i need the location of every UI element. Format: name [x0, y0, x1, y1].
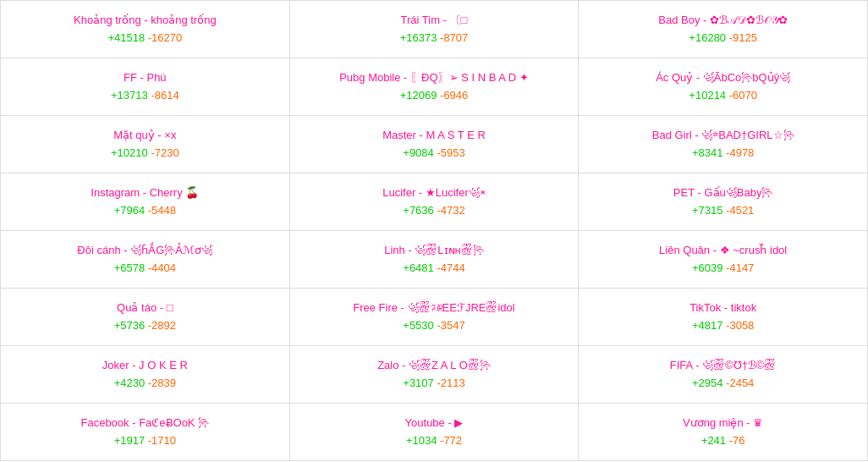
- cell-name: Liên Quân - ❖ ~crush᷈ idol: [659, 243, 787, 258]
- cell-name: Free Fire - ꧁꫞ℱℛEEℱJRE꫞idol: [353, 300, 514, 316]
- cell-name: Trái Tim - 〔□: [401, 13, 468, 28]
- grid-cell: Facebook - FaℭeɃOoK ꧂+1917 -1710: [1, 404, 290, 461]
- cell-negative: -5448: [148, 204, 176, 217]
- grid-cell: Bad Boy - ✿ℬ𝒜𝒟✿ℬ𝒪𝒴✿+16280 -9125: [579, 1, 868, 58]
- cell-negative: -4732: [437, 204, 464, 217]
- cell-positive: +9084: [403, 146, 434, 159]
- cell-positive: +1917: [114, 434, 146, 447]
- cell-stats: +8341 -4978: [692, 146, 754, 161]
- grid-cell: Youtube - ▶+1034 -772: [290, 404, 580, 461]
- cell-negative: -2113: [437, 377, 464, 389]
- cell-negative: -5953: [437, 146, 464, 159]
- cell-positive: +6578: [114, 261, 146, 274]
- grid-cell: Bad Girl - ꧁☆BAD†GIRL☆꧂+8341 -4978: [579, 116, 868, 173]
- cell-positive: +5530: [403, 319, 434, 332]
- grid-cell: FF - Phú+13713 -8614: [1, 58, 290, 116]
- grid-cell: Ác Quỷ - ꧁ÃbCo꧂bQủŷ꧁+10214 -6070: [579, 58, 868, 116]
- cell-positive: +41518: [107, 31, 145, 44]
- cell-negative: -76: [729, 434, 745, 447]
- cell-name: Lucifer - ★Lucifer꧁★: [382, 185, 486, 201]
- cell-name: Linh - ꧁꫞Lɪɴн꫞꧂: [384, 243, 484, 258]
- cell-stats: +7315 -4521: [692, 204, 754, 218]
- cell-positive: +6481: [403, 261, 434, 274]
- cell-positive: +13713: [111, 89, 148, 102]
- grid-cell: FIFA - ꧁꫞©Ʊ†ℬ©꫞+2954 -2454: [579, 346, 868, 404]
- cell-negative: -7230: [151, 146, 179, 159]
- cell-positive: +8341: [692, 146, 723, 159]
- cell-stats: +241 -76: [701, 434, 745, 448]
- cell-stats: +4817 -3058: [692, 319, 754, 333]
- grid-cell: Instagram - Cherry 🍒+7964 -5448: [1, 173, 290, 231]
- cell-positive: +4230: [114, 377, 146, 389]
- grid-cell: Zalo - ꧁꫞Z A L O꫞꧂+3107 -2113: [290, 346, 580, 404]
- cell-stats: +4230 -2839: [114, 377, 176, 391]
- cell-name: Youtube - ▶: [405, 415, 464, 431]
- grid-cell: Đôi cánh - ꧁ɦẮG꧂Ảℳơ꧁+6578 -4404: [1, 231, 290, 289]
- cell-negative: -4404: [148, 261, 176, 274]
- grid-cell: Lucifer - ★Lucifer꧁★+7636 -4732: [290, 173, 580, 231]
- cell-stats: +13713 -8614: [111, 89, 179, 103]
- grid-cell: Mặt quỷ - ×x+10210 -7230: [1, 116, 290, 173]
- cell-positive: +6039: [692, 261, 723, 274]
- cell-stats: +16373 -8707: [400, 31, 469, 46]
- cell-stats: +6578 -4404: [114, 261, 176, 276]
- cell-positive: +2954: [692, 377, 723, 389]
- cell-positive: +7964: [114, 204, 146, 217]
- grid-cell: Master - M A S T E R+9084 -5953: [290, 116, 580, 173]
- cell-name: TikTok - tiktok: [689, 300, 756, 316]
- grid-cell: Linh - ꧁꫞Lɪɴн꫞꧂+6481 -4744: [290, 231, 580, 289]
- grid-cell: Pubg Mobile - 〖ĐQ〗➢ S I N B A D ✦+12069 …: [290, 58, 580, 116]
- cell-name: Instagram - Cherry 🍒: [91, 185, 199, 201]
- cell-negative: -8707: [440, 31, 468, 44]
- cell-name: Pubg Mobile - 〖ĐQ〗➢ S I N B A D ✦: [339, 70, 529, 85]
- cell-name: Đôi cánh - ꧁ɦẮG꧂Ảℳơ꧁: [77, 243, 212, 258]
- cell-negative: -2892: [148, 319, 176, 332]
- cell-stats: +3107 -2113: [403, 377, 464, 391]
- cell-negative: -8614: [151, 89, 179, 102]
- cell-positive: +7315: [692, 204, 723, 217]
- cell-stats: +16280 -9125: [689, 31, 757, 46]
- grid-cell: Free Fire - ꧁꫞ℱℛEEℱJRE꫞idol+5530 -3547: [290, 289, 580, 346]
- cell-positive: +7636: [403, 204, 434, 217]
- cell-stats: +2954 -2454: [692, 377, 754, 391]
- cell-negative: -6946: [440, 89, 468, 102]
- cell-name: Bad Boy - ✿ℬ𝒜𝒟✿ℬ𝒪𝒴✿: [658, 13, 788, 28]
- cell-stats: +6481 -4744: [403, 261, 464, 276]
- cell-name: Khoảng trống - khoảng trống: [74, 13, 217, 28]
- cell-negative: -4521: [726, 204, 754, 217]
- cell-negative: -4978: [726, 146, 754, 159]
- cell-negative: -2839: [148, 377, 176, 389]
- cell-positive: +5736: [114, 319, 146, 332]
- cell-negative: -4744: [437, 261, 464, 274]
- cell-negative: -1710: [148, 434, 176, 447]
- cell-stats: +7964 -5448: [114, 204, 176, 218]
- cell-positive: +1034: [406, 434, 437, 447]
- cell-stats: +6039 -4147: [692, 261, 754, 276]
- grid-cell: Trái Tim - 〔□+16373 -8707: [290, 1, 580, 58]
- cell-positive: +16373: [400, 31, 437, 44]
- cell-negative: -4147: [726, 261, 754, 274]
- grid-cell: Joker - J O K E R+4230 -2839: [1, 346, 290, 404]
- cell-stats: +9084 -5953: [403, 146, 464, 161]
- cell-stats: +12069 -6946: [400, 89, 469, 103]
- cell-negative: -9125: [729, 31, 757, 44]
- cell-name: Quả táo - □: [117, 300, 173, 316]
- cell-name: Vương miện - ♛: [683, 415, 763, 431]
- cell-stats: +10214 -6070: [689, 89, 757, 103]
- cell-stats: +10210 -7230: [111, 146, 179, 161]
- cell-positive: +12069: [400, 89, 437, 102]
- cell-name: Ác Quỷ - ꧁ÃbCo꧂bQủŷ꧁: [656, 70, 790, 85]
- cell-stats: +1034 -772: [406, 434, 462, 448]
- cell-positive: +3107: [403, 377, 434, 389]
- cell-positive: +10210: [111, 146, 148, 159]
- cell-positive: +241: [701, 434, 726, 447]
- cell-name: Master - M A S T E R: [382, 128, 486, 143]
- cell-name: Facebook - FaℭeɃOoK ꧂: [80, 415, 209, 431]
- grid-cell: PET - Gấu꧁Baby꧂+7315 -4521: [579, 173, 868, 231]
- cell-name: FIFA - ꧁꫞©Ʊ†ℬ©꫞: [670, 358, 777, 373]
- cell-positive: +10214: [689, 89, 726, 102]
- cell-negative: -2454: [726, 377, 754, 389]
- grid-cell: Quả táo - □+5736 -2892: [1, 289, 290, 346]
- main-grid: Khoảng trống - khoảng trống+41518 -16270…: [0, 0, 868, 461]
- cell-negative: -3547: [437, 319, 464, 332]
